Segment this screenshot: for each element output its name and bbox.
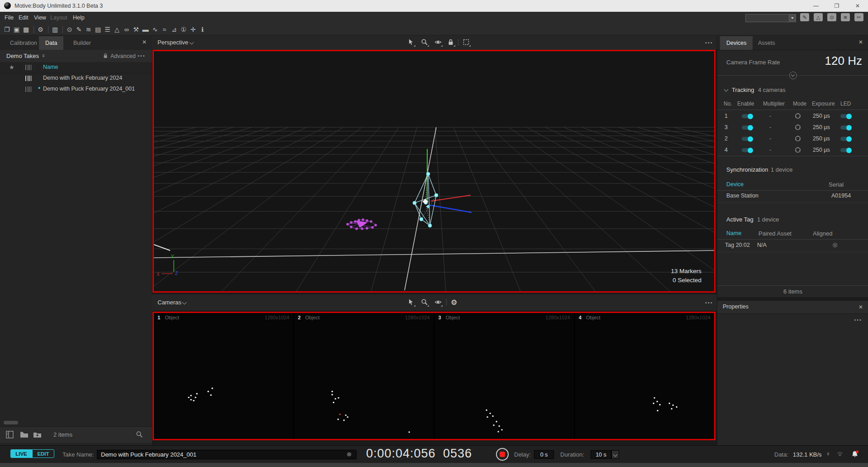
camera-view-2[interactable]: 2 Object 1280x1024 bbox=[294, 313, 433, 439]
menu-help[interactable]: Help bbox=[71, 12, 86, 24]
camera-calibration-icon[interactable]: ⊙ bbox=[65, 26, 74, 33]
tab-calibration[interactable]: Calibration bbox=[4, 36, 43, 50]
data-pane-icon[interactable]: ≋ bbox=[841, 13, 850, 21]
save-icon[interactable]: ▣ bbox=[12, 26, 21, 33]
search-icon[interactable] bbox=[136, 431, 143, 438]
delay-input[interactable]: 0 s bbox=[534, 450, 554, 459]
graph-view-2-icon[interactable]: ≈ bbox=[160, 26, 169, 33]
remove-alignment-icon[interactable]: ⊗ bbox=[832, 241, 838, 249]
menu-layout[interactable]: Layout bbox=[48, 12, 69, 24]
settings-gear-icon[interactable]: ⚙ bbox=[451, 298, 458, 306]
name-column-header[interactable]: Name bbox=[43, 64, 58, 70]
led-toggle[interactable] bbox=[840, 137, 851, 141]
viewport-menu-icon[interactable]: ••• bbox=[705, 300, 713, 305]
repair-tools-icon[interactable]: ⚒ bbox=[132, 26, 140, 33]
active-tag-row[interactable]: Tag 20:02 N/A ⊗ bbox=[717, 239, 868, 252]
close-pane-icon[interactable]: ✕ bbox=[858, 304, 864, 310]
enable-toggle[interactable] bbox=[742, 148, 753, 152]
minimize-button[interactable]: — bbox=[806, 0, 826, 12]
takes-group-label[interactable]: Demo Takes bbox=[6, 53, 39, 59]
star-column-icon[interactable]: ★ bbox=[9, 64, 14, 71]
notifications-bell-icon[interactable] bbox=[850, 450, 859, 459]
assets-pane-icon[interactable]: △ bbox=[814, 13, 823, 21]
collapse-chevron-icon[interactable] bbox=[789, 72, 797, 79]
data-management-icon[interactable]: ▤ bbox=[94, 26, 102, 33]
video-mode-icon[interactable] bbox=[794, 124, 801, 132]
led-toggle[interactable] bbox=[840, 114, 851, 118]
active-tag-section-header[interactable]: Active Tag 1 device bbox=[717, 214, 868, 225]
take-name-input[interactable] bbox=[97, 450, 357, 459]
viewport-menu-icon[interactable]: ••• bbox=[705, 40, 713, 45]
settings-gear-icon[interactable]: ⚙ bbox=[36, 26, 45, 33]
clear-take-name-icon[interactable]: ⊗ bbox=[347, 451, 352, 457]
col-aligned[interactable]: Aligned bbox=[813, 230, 832, 237]
pane-layout-icon[interactable] bbox=[6, 431, 14, 438]
close-pane-icon[interactable]: ✕ bbox=[858, 39, 864, 45]
edit-mode-button[interactable]: EDIT bbox=[32, 449, 54, 458]
close-button[interactable]: ✕ bbox=[847, 0, 868, 12]
sync-section-header[interactable]: Synchronization 1 device bbox=[717, 164, 868, 175]
tab-builder[interactable]: Builder bbox=[67, 36, 97, 50]
close-pane-icon[interactable]: ✕ bbox=[141, 39, 148, 45]
edit-pane-icon[interactable]: ✎ bbox=[800, 13, 809, 21]
tracks-column-icon[interactable] bbox=[25, 65, 32, 70]
graph-view-1-icon[interactable]: ∿ bbox=[151, 26, 159, 33]
takes-menu-icon[interactable]: ••• bbox=[138, 53, 146, 58]
horizontal-scrollbar[interactable] bbox=[4, 421, 18, 424]
col-device[interactable]: Device bbox=[726, 181, 744, 188]
select-cursor-icon[interactable] bbox=[407, 39, 415, 46]
edit-wand-icon[interactable]: ✎ bbox=[75, 26, 83, 33]
visibility-icon[interactable] bbox=[434, 298, 442, 306]
menu-view[interactable]: View bbox=[32, 12, 48, 24]
perspective-viewport[interactable]: YXZ 13 Markers 0 Selected bbox=[153, 50, 715, 293]
new-folder-icon[interactable] bbox=[33, 431, 42, 438]
select-cursor-icon[interactable] bbox=[407, 298, 415, 306]
pair-link-icon[interactable]: ∞ bbox=[122, 26, 131, 33]
log-pane-icon[interactable]: ✏ bbox=[854, 13, 863, 21]
zoom-icon[interactable] bbox=[421, 39, 429, 46]
enable-toggle[interactable] bbox=[742, 114, 753, 118]
layout-preset-combobox[interactable] bbox=[745, 14, 796, 22]
advanced-label[interactable]: Advanced bbox=[110, 53, 136, 59]
properties-menu-icon[interactable]: ••• bbox=[854, 317, 862, 323]
builder-asset-icon[interactable]: △ bbox=[113, 26, 121, 33]
duration-input[interactable]: 10 s bbox=[591, 450, 611, 459]
viewport-type-dropdown[interactable]: Perspective bbox=[157, 35, 193, 50]
take-row[interactable]: ● Demo with Puck February 2024_001 bbox=[0, 84, 152, 95]
video-mode-icon[interactable] bbox=[794, 135, 801, 144]
lock-icon[interactable] bbox=[447, 39, 455, 46]
menu-file[interactable]: File bbox=[3, 12, 15, 24]
menu-edit[interactable]: Edit bbox=[17, 12, 30, 24]
video-mode-icon[interactable] bbox=[794, 146, 801, 155]
led-toggle[interactable] bbox=[840, 125, 851, 130]
marquee-select-icon[interactable] bbox=[463, 39, 470, 46]
restore-button[interactable]: ❐ bbox=[826, 0, 847, 12]
col-name[interactable]: Name bbox=[726, 230, 741, 236]
take-row[interactable]: Demo with Puck February 2024 bbox=[0, 73, 152, 84]
col-paired-asset[interactable]: Paired Asset bbox=[758, 230, 792, 237]
tab-devices[interactable]: Devices bbox=[720, 36, 753, 50]
live-mode-button[interactable]: LIVE bbox=[10, 449, 32, 458]
enable-toggle[interactable] bbox=[742, 125, 753, 130]
measurement-icon[interactable]: ⊿ bbox=[170, 26, 178, 33]
led-toggle[interactable] bbox=[840, 148, 851, 152]
tracking-section-header[interactable]: Tracking 4 cameras bbox=[717, 84, 868, 95]
save-as-icon[interactable]: ▩ bbox=[22, 26, 30, 33]
camera-view-1[interactable]: 1 Object 1280x1024 bbox=[154, 313, 293, 439]
viewport-type-dropdown[interactable]: Cameras bbox=[157, 294, 186, 311]
data-rate-sort-icon[interactable] bbox=[827, 453, 830, 456]
tab-assets[interactable]: Assets bbox=[752, 36, 782, 50]
zoom-icon[interactable] bbox=[421, 298, 429, 306]
col-serial[interactable]: Serial bbox=[829, 181, 844, 188]
camera-view-4[interactable]: 4 Object 1280x1024 bbox=[575, 313, 714, 439]
info-icon[interactable]: ℹ bbox=[198, 26, 207, 33]
enable-toggle[interactable] bbox=[742, 137, 753, 141]
list-options-icon[interactable]: ☰ bbox=[103, 26, 112, 33]
camera-view-3[interactable]: 3 Object 1280x1024 bbox=[435, 313, 574, 439]
open-take-icon[interactable]: ❐ bbox=[3, 26, 11, 33]
tab-data[interactable]: Data bbox=[39, 36, 63, 50]
duration-dropdown-icon[interactable] bbox=[611, 450, 619, 459]
record-button[interactable] bbox=[496, 448, 509, 461]
video-mode-icon[interactable] bbox=[794, 112, 801, 121]
data-streaming-icon[interactable]: ≋ bbox=[84, 26, 93, 33]
